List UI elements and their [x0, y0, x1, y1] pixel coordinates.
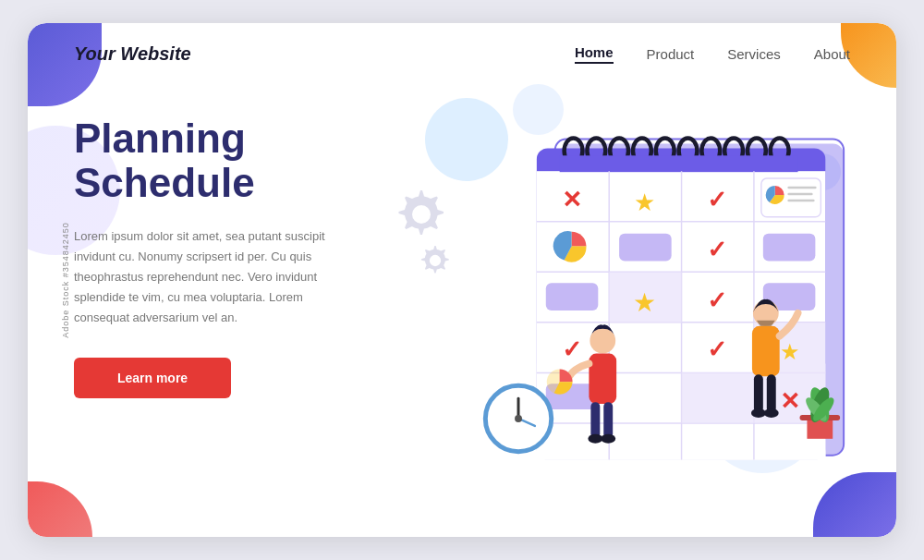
- logo: Your Website: [74, 43, 191, 65]
- svg-point-8: [610, 138, 628, 164]
- bg-circle-4: [804, 153, 841, 190]
- svg-rect-16: [560, 155, 798, 172]
- svg-point-51: [515, 415, 522, 422]
- bg-circle-1: [425, 98, 508, 181]
- svg-rect-34: [769, 206, 804, 211]
- watermark: Adobe Stock #354842450: [61, 222, 70, 338]
- spiral-rings: [560, 138, 798, 172]
- svg-text:★: ★: [634, 189, 655, 215]
- hero-description: Lorem ipsum dolor sit amet, sea putant s…: [74, 226, 333, 328]
- page-wrapper: Adobe Stock #354842450 Your Website Home…: [28, 23, 896, 537]
- svg-text:✓: ✓: [707, 287, 727, 313]
- svg-point-7: [587, 138, 605, 164]
- svg-point-48: [485, 385, 551, 451]
- svg-point-12: [701, 138, 720, 164]
- svg-point-52: [590, 328, 615, 354]
- svg-point-57: [601, 434, 615, 444]
- svg-point-11: [679, 138, 698, 164]
- svg-rect-39: [546, 283, 599, 310]
- svg-point-6: [565, 138, 583, 164]
- svg-point-13: [724, 138, 743, 164]
- svg-point-14: [748, 138, 766, 164]
- gear-icon-1: [397, 190, 445, 242]
- right-panel: ✕ ★ ✓ ✓: [370, 79, 896, 529]
- svg-point-59: [753, 300, 779, 326]
- svg-rect-53: [589, 354, 616, 405]
- nav-links: Home Product Services About: [575, 44, 850, 64]
- svg-point-10: [656, 138, 675, 164]
- svg-point-9: [633, 138, 651, 164]
- svg-text:✓: ✓: [562, 336, 582, 362]
- svg-text:✕: ✕: [562, 187, 582, 213]
- svg-rect-38: [763, 234, 816, 262]
- nav-item-about[interactable]: About: [814, 46, 850, 62]
- svg-point-56: [588, 434, 602, 444]
- svg-text:✓: ✓: [707, 237, 727, 262]
- svg-point-72: [766, 186, 784, 204]
- bg-circle-3: [702, 353, 822, 473]
- svg-point-35: [557, 232, 587, 262]
- svg-rect-33: [769, 197, 800, 201]
- svg-rect-25: [609, 272, 681, 323]
- svg-point-15: [771, 138, 789, 164]
- learn-more-button[interactable]: Learn more: [74, 358, 231, 398]
- left-panel: Planning Schedule Lorem ipsum dolor sit …: [28, 79, 370, 529]
- svg-rect-55: [603, 402, 613, 439]
- svg-rect-36: [619, 234, 672, 262]
- gear-icon-2: [420, 246, 450, 279]
- svg-line-50: [518, 419, 535, 426]
- svg-text:✓: ✓: [707, 187, 727, 213]
- svg-text:✓: ✓: [707, 336, 727, 362]
- svg-rect-32: [769, 188, 808, 192]
- svg-text:★: ★: [633, 288, 656, 317]
- svg-rect-42: [763, 283, 816, 310]
- nav-item-services[interactable]: Services: [727, 46, 781, 62]
- svg-rect-46: [546, 383, 599, 409]
- navbar: Your Website Home Product Services About: [28, 23, 896, 79]
- hero-title: Planning Schedule: [74, 116, 342, 206]
- bg-circle-2: [513, 84, 564, 135]
- nav-item-product[interactable]: Product: [647, 46, 695, 62]
- nav-item-home[interactable]: Home: [575, 44, 614, 64]
- svg-rect-54: [590, 402, 600, 439]
- svg-point-58: [547, 369, 573, 395]
- main-content: Planning Schedule Lorem ipsum dolor sit …: [28, 79, 896, 529]
